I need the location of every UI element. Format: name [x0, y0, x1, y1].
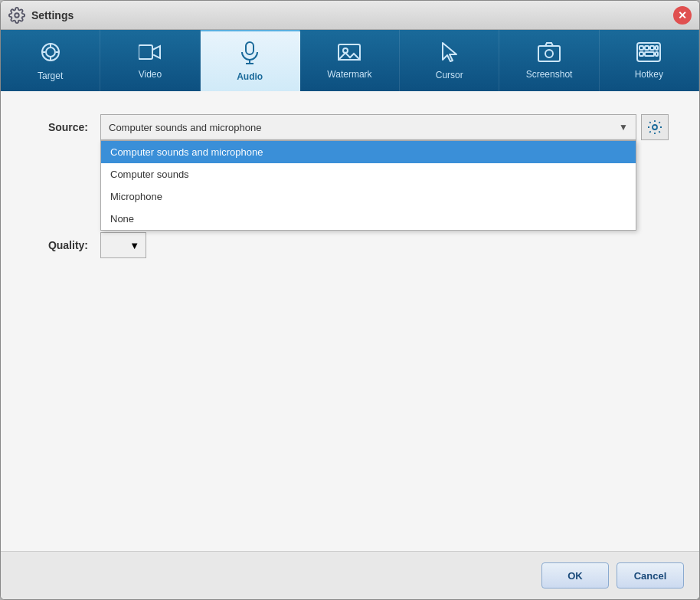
tab-screenshot[interactable]: Screenshot: [499, 30, 599, 91]
tab-target-label: Target: [38, 70, 63, 81]
tab-cursor-label: Cursor: [436, 70, 463, 80]
svg-rect-9: [246, 42, 254, 54]
svg-point-0: [15, 13, 19, 18]
screenshot-icon: [538, 42, 561, 65]
svg-rect-24: [656, 46, 658, 50]
svg-rect-25: [656, 52, 658, 56]
tab-video-label: Video: [139, 69, 162, 80]
svg-rect-16: [538, 46, 560, 61]
svg-point-26: [653, 125, 657, 130]
settings-title-icon: [8, 7, 25, 24]
source-option-mic[interactable]: Microphone: [101, 185, 636, 208]
tab-hotkey-label: Hotkey: [635, 69, 663, 80]
dialog-footer: OK Cancel: [1, 551, 699, 599]
tab-hotkey[interactable]: Hotkey: [600, 30, 699, 91]
tab-watermark[interactable]: Watermark: [300, 30, 400, 91]
tab-target[interactable]: Target: [1, 30, 100, 91]
window-title: Settings: [31, 9, 673, 21]
svg-point-17: [545, 50, 553, 57]
content-area: Source: Computer sounds and microphone ▼…: [1, 91, 699, 551]
quality-arrow-icon: ▼: [129, 240, 139, 251]
quality-row: Quality: ▼: [31, 232, 669, 258]
quality-label: Quality:: [31, 239, 100, 251]
source-dropdown-container: Computer sounds and microphone ▼ Compute…: [100, 114, 636, 140]
title-bar: Settings ✕: [1, 1, 699, 30]
svg-rect-23: [645, 52, 654, 56]
source-dropdown[interactable]: Computer sounds and microphone ▼: [100, 114, 636, 140]
tab-cursor[interactable]: Cursor: [400, 30, 499, 91]
close-button[interactable]: ✕: [673, 6, 692, 25]
source-value: Computer sounds and microphone: [109, 122, 261, 133]
source-arrow-icon: ▼: [619, 122, 628, 133]
svg-point-2: [46, 48, 55, 57]
source-option-cs[interactable]: Computer sounds: [101, 163, 636, 185]
svg-rect-22: [639, 52, 643, 56]
svg-rect-7: [139, 45, 152, 59]
cancel-button[interactable]: Cancel: [617, 562, 684, 589]
source-option-none[interactable]: None: [101, 208, 636, 230]
svg-marker-14: [339, 53, 360, 60]
quality-dropdown[interactable]: ▼: [100, 232, 146, 258]
svg-rect-20: [645, 46, 649, 50]
tab-video[interactable]: Video: [100, 30, 200, 91]
tab-audio-label: Audio: [237, 71, 263, 82]
tab-screenshot-label: Screenshot: [526, 69, 573, 80]
video-icon: [139, 42, 162, 65]
cursor-icon: [440, 41, 460, 66]
tab-bar: Target Video Audio: [1, 30, 699, 91]
svg-marker-15: [443, 43, 456, 61]
svg-rect-19: [639, 46, 643, 50]
source-dropdown-list: Computer sounds and microphone Computer …: [100, 140, 636, 231]
ok-button[interactable]: OK: [541, 562, 609, 589]
target-icon: [39, 41, 62, 67]
hotkey-icon: [636, 42, 661, 65]
gear-icon: [647, 120, 662, 135]
tab-audio[interactable]: Audio: [201, 30, 300, 91]
svg-rect-21: [650, 46, 654, 50]
settings-dialog: Settings ✕ Target: [0, 0, 700, 600]
source-settings-button[interactable]: [641, 114, 669, 140]
watermark-icon: [338, 42, 361, 65]
svg-marker-8: [152, 46, 160, 58]
audio-icon: [239, 41, 260, 67]
tab-watermark-label: Watermark: [327, 69, 371, 80]
source-option-csm[interactable]: Computer sounds and microphone: [101, 141, 636, 163]
source-row: Source: Computer sounds and microphone ▼…: [31, 114, 669, 140]
source-label: Source:: [31, 121, 100, 133]
